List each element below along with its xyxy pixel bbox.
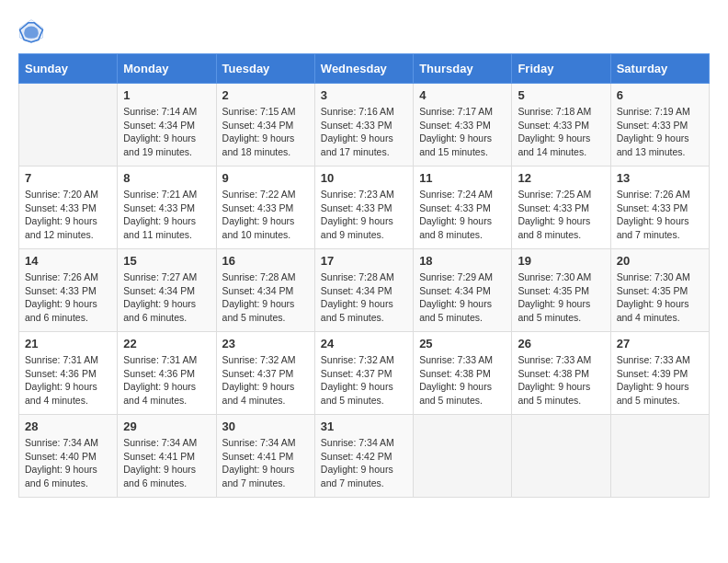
day-number: 29 [123, 419, 210, 433]
day-number: 20 [617, 254, 703, 268]
calendar-cell: 23Sunrise: 7:32 AMSunset: 4:37 PMDayligh… [216, 332, 314, 415]
day-number: 31 [321, 419, 407, 433]
calendar-cell: 11Sunrise: 7:24 AMSunset: 4:33 PMDayligh… [414, 167, 512, 249]
day-number: 9 [222, 171, 309, 185]
day-info: Sunrise: 7:25 AMSunset: 4:33 PMDaylight:… [518, 188, 604, 242]
logo [18, 18, 48, 44]
page-header [18, 18, 710, 44]
calendar-cell: 22Sunrise: 7:31 AMSunset: 4:36 PMDayligh… [118, 332, 216, 415]
calendar-cell [610, 415, 709, 498]
calendar-cell: 29Sunrise: 7:34 AMSunset: 4:41 PMDayligh… [118, 415, 216, 498]
day-number: 4 [419, 88, 506, 102]
day-info: Sunrise: 7:18 AMSunset: 4:33 PMDaylight:… [518, 105, 604, 159]
calendar-cell: 7Sunrise: 7:20 AMSunset: 4:33 PMDaylight… [19, 167, 118, 249]
calendar-cell: 4Sunrise: 7:17 AMSunset: 4:33 PMDaylight… [414, 84, 512, 167]
calendar-cell: 20Sunrise: 7:30 AMSunset: 4:35 PMDayligh… [610, 249, 709, 332]
day-info: Sunrise: 7:31 AMSunset: 4:36 PMDaylight:… [25, 353, 111, 408]
calendar-week-row: 1Sunrise: 7:14 AMSunset: 4:34 PMDaylight… [19, 84, 710, 167]
day-number: 2 [222, 88, 309, 102]
day-number: 25 [419, 337, 506, 350]
day-info: Sunrise: 7:14 AMSunset: 4:34 PMDaylight:… [123, 105, 210, 159]
calendar-cell: 17Sunrise: 7:28 AMSunset: 4:34 PMDayligh… [314, 249, 413, 332]
day-info: Sunrise: 7:31 AMSunset: 4:36 PMDaylight:… [123, 353, 210, 408]
calendar-cell: 8Sunrise: 7:21 AMSunset: 4:33 PMDaylight… [118, 167, 216, 249]
calendar-week-row: 7Sunrise: 7:20 AMSunset: 4:33 PMDaylight… [19, 167, 710, 249]
day-info: Sunrise: 7:34 AMSunset: 4:40 PMDaylight:… [25, 436, 111, 490]
header-monday: Monday [118, 54, 216, 84]
calendar-cell: 30Sunrise: 7:34 AMSunset: 4:41 PMDayligh… [216, 415, 314, 498]
calendar-cell: 28Sunrise: 7:34 AMSunset: 4:40 PMDayligh… [19, 415, 118, 498]
day-info: Sunrise: 7:32 AMSunset: 4:37 PMDaylight:… [222, 353, 309, 408]
calendar-week-row: 28Sunrise: 7:34 AMSunset: 4:40 PMDayligh… [19, 415, 710, 498]
day-number: 15 [123, 254, 210, 268]
day-info: Sunrise: 7:34 AMSunset: 4:42 PMDaylight:… [321, 436, 407, 490]
day-info: Sunrise: 7:34 AMSunset: 4:41 PMDaylight:… [123, 436, 210, 490]
calendar-cell: 10Sunrise: 7:23 AMSunset: 4:33 PMDayligh… [314, 167, 413, 249]
day-number: 12 [518, 171, 604, 185]
day-info: Sunrise: 7:27 AMSunset: 4:34 PMDaylight:… [123, 270, 210, 325]
calendar-cell: 31Sunrise: 7:34 AMSunset: 4:42 PMDayligh… [314, 415, 413, 498]
header-thursday: Thursday [414, 54, 512, 84]
calendar-cell: 14Sunrise: 7:26 AMSunset: 4:33 PMDayligh… [19, 249, 118, 332]
day-info: Sunrise: 7:24 AMSunset: 4:33 PMDaylight:… [419, 188, 506, 242]
day-number: 23 [222, 337, 309, 350]
day-number: 16 [222, 254, 309, 268]
day-number: 19 [518, 254, 604, 268]
day-number: 24 [321, 337, 407, 350]
calendar-cell: 21Sunrise: 7:31 AMSunset: 4:36 PMDayligh… [19, 332, 118, 415]
day-info: Sunrise: 7:26 AMSunset: 4:33 PMDaylight:… [25, 270, 111, 325]
calendar-cell [19, 84, 118, 167]
day-info: Sunrise: 7:17 AMSunset: 4:33 PMDaylight:… [419, 105, 506, 159]
day-number: 11 [419, 171, 506, 185]
day-info: Sunrise: 7:33 AMSunset: 4:38 PMDaylight:… [518, 353, 604, 408]
calendar-cell: 12Sunrise: 7:25 AMSunset: 4:33 PMDayligh… [512, 167, 610, 249]
day-info: Sunrise: 7:34 AMSunset: 4:41 PMDaylight:… [222, 436, 309, 490]
day-number: 14 [25, 254, 111, 268]
day-info: Sunrise: 7:16 AMSunset: 4:33 PMDaylight:… [321, 105, 407, 159]
day-number: 26 [518, 337, 604, 350]
day-info: Sunrise: 7:28 AMSunset: 4:34 PMDaylight:… [222, 270, 309, 325]
calendar-cell [512, 415, 610, 498]
calendar-cell: 9Sunrise: 7:22 AMSunset: 4:33 PMDaylight… [216, 167, 314, 249]
calendar-cell: 27Sunrise: 7:33 AMSunset: 4:39 PMDayligh… [610, 332, 709, 415]
calendar-cell: 3Sunrise: 7:16 AMSunset: 4:33 PMDaylight… [314, 84, 413, 167]
day-number: 10 [321, 171, 407, 185]
day-number: 22 [123, 337, 210, 350]
day-number: 8 [123, 171, 210, 185]
calendar-cell: 1Sunrise: 7:14 AMSunset: 4:34 PMDaylight… [118, 84, 216, 167]
header-saturday: Saturday [610, 54, 709, 84]
header-tuesday: Tuesday [216, 54, 314, 84]
calendar-cell: 18Sunrise: 7:29 AMSunset: 4:34 PMDayligh… [414, 249, 512, 332]
day-info: Sunrise: 7:29 AMSunset: 4:34 PMDaylight:… [419, 270, 506, 325]
day-info: Sunrise: 7:26 AMSunset: 4:33 PMDaylight:… [617, 188, 703, 242]
day-number: 3 [321, 88, 407, 102]
day-info: Sunrise: 7:22 AMSunset: 4:33 PMDaylight:… [222, 188, 309, 242]
day-number: 27 [617, 337, 703, 350]
calendar-cell: 5Sunrise: 7:18 AMSunset: 4:33 PMDaylight… [512, 84, 610, 167]
calendar-week-row: 21Sunrise: 7:31 AMSunset: 4:36 PMDayligh… [19, 332, 710, 415]
day-info: Sunrise: 7:33 AMSunset: 4:39 PMDaylight:… [617, 353, 703, 408]
calendar-cell: 2Sunrise: 7:15 AMSunset: 4:34 PMDaylight… [216, 84, 314, 167]
day-info: Sunrise: 7:30 AMSunset: 4:35 PMDaylight:… [518, 270, 604, 325]
day-number: 13 [617, 171, 703, 185]
calendar-cell: 25Sunrise: 7:33 AMSunset: 4:38 PMDayligh… [414, 332, 512, 415]
calendar-header-row: SundayMondayTuesdayWednesdayThursdayFrid… [19, 54, 710, 84]
calendar-cell: 19Sunrise: 7:30 AMSunset: 4:35 PMDayligh… [512, 249, 610, 332]
day-number: 17 [321, 254, 407, 268]
day-info: Sunrise: 7:32 AMSunset: 4:37 PMDaylight:… [321, 353, 407, 408]
logo-icon [18, 18, 44, 44]
header-sunday: Sunday [19, 54, 118, 84]
calendar-table: SundayMondayTuesdayWednesdayThursdayFrid… [18, 53, 710, 498]
calendar-cell [414, 415, 512, 498]
calendar-week-row: 14Sunrise: 7:26 AMSunset: 4:33 PMDayligh… [19, 249, 710, 332]
header-friday: Friday [512, 54, 610, 84]
day-info: Sunrise: 7:15 AMSunset: 4:34 PMDaylight:… [222, 105, 309, 159]
calendar-cell: 13Sunrise: 7:26 AMSunset: 4:33 PMDayligh… [610, 167, 709, 249]
header-wednesday: Wednesday [314, 54, 413, 84]
day-info: Sunrise: 7:21 AMSunset: 4:33 PMDaylight:… [123, 188, 210, 242]
day-info: Sunrise: 7:19 AMSunset: 4:33 PMDaylight:… [617, 105, 703, 159]
day-info: Sunrise: 7:20 AMSunset: 4:33 PMDaylight:… [25, 188, 111, 242]
day-number: 30 [222, 419, 309, 433]
day-info: Sunrise: 7:33 AMSunset: 4:38 PMDaylight:… [419, 353, 506, 408]
day-info: Sunrise: 7:23 AMSunset: 4:33 PMDaylight:… [321, 188, 407, 242]
